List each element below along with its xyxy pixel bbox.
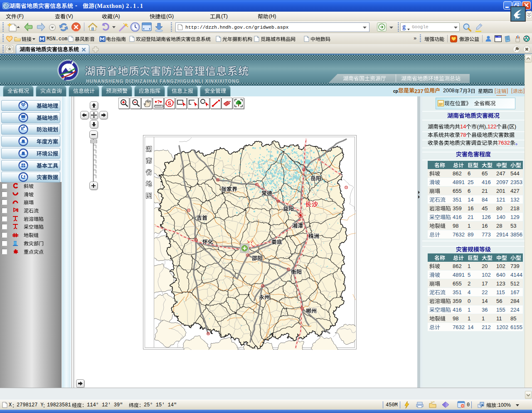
svg-text:S: S bbox=[168, 100, 172, 106]
svg-text:?: ? bbox=[158, 100, 160, 104]
